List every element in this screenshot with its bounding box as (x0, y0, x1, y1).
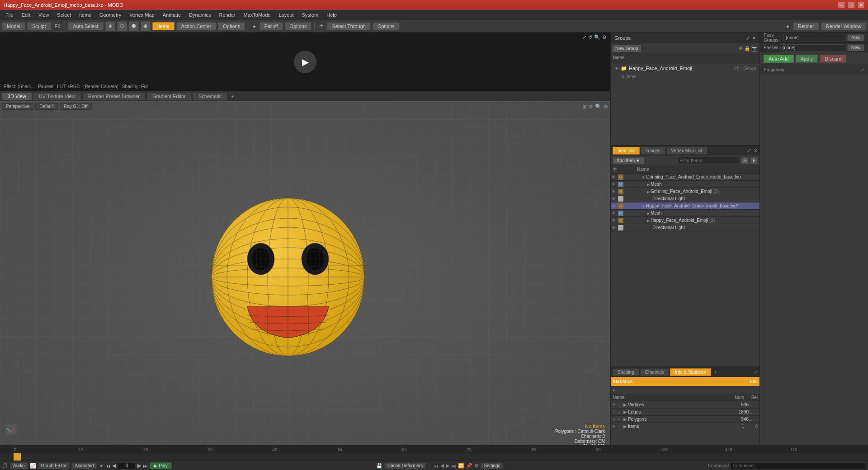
menu-help[interactable]: Help (323, 11, 340, 19)
viewport-3d[interactable]: Perspective Default Ray GL: Off ⊕ ↺ 🔍 ⚙ (0, 101, 610, 457)
cache-deformers-button[interactable]: Cache Deformers (384, 462, 426, 469)
stat-add-edges[interactable]: + (613, 409, 618, 414)
menu-geometry[interactable]: Geometry (96, 11, 125, 19)
next-frame[interactable]: ▶ (137, 463, 141, 469)
close-icon[interactable]: ✕ (752, 35, 756, 41)
menu-edit[interactable]: Edit (18, 11, 34, 19)
stats-add-btn[interactable]: + (613, 388, 615, 393)
minimize-button[interactable]: — (838, 2, 844, 8)
falloff-button[interactable]: Falloff (259, 22, 283, 30)
preview-ctrl-2[interactable]: ↺ (588, 34, 592, 40)
menu-layout[interactable]: Layout (275, 11, 297, 19)
prev-key[interactable]: ⏮ (105, 463, 110, 469)
filter-f-btn[interactable]: F (750, 157, 758, 164)
menu-select[interactable]: Select (53, 11, 75, 19)
tab-gradient[interactable]: Gradient Editor (146, 92, 192, 100)
play-button[interactable]: ▶ Play (150, 462, 171, 469)
items-button[interactable]: Items (152, 22, 175, 30)
timeline-icon-1[interactable]: ⏮ (434, 463, 439, 469)
item-row-0[interactable]: 👁 G ▼Grinning_Face_Android_Emoji_modo_ba… (611, 174, 760, 181)
apply-button[interactable]: Apply (796, 55, 818, 63)
options2-button[interactable]: Options (285, 22, 312, 30)
next-key[interactable]: ⏭ (143, 463, 148, 469)
vp-icon-1[interactable]: ⊕ (582, 103, 587, 110)
graph-editor-button[interactable]: Graph Editor (38, 462, 70, 469)
vp-icon-3[interactable]: 🔍 (595, 103, 602, 110)
action-center-button[interactable]: Action Center (176, 22, 217, 30)
add-item-button[interactable]: Add Item ▼ (613, 157, 644, 164)
sculpt-button[interactable]: Sculpt (27, 22, 51, 30)
auto-add-button[interactable]: Auto Add (764, 55, 794, 63)
model-button[interactable]: Model (2, 22, 25, 30)
raygl-button[interactable]: Ray GL: Off (60, 103, 92, 110)
render-window-button[interactable]: Render Window (821, 22, 866, 30)
options3-button[interactable]: Options (373, 22, 400, 30)
tab-shading[interactable]: Shading (613, 368, 639, 376)
groups-render-icon[interactable]: 📷 (751, 46, 758, 52)
menu-items[interactable]: Items (75, 11, 95, 19)
stat-vertices-row[interactable]: + - ▶ Vertices 946 ... (611, 401, 760, 409)
item-row-2[interactable]: 👁 G ▶Grinning_Face_Android_Emoji (2) (611, 188, 760, 195)
tab-info-statistics[interactable]: Info & Statistics (670, 368, 711, 376)
timeline-icon-2[interactable]: ◀ (440, 463, 444, 469)
tab-images[interactable]: Images (641, 147, 665, 155)
stat-items-row[interactable]: + - ▶ Items 1 0 (611, 423, 760, 430)
stats-add-tab[interactable]: + (712, 369, 718, 375)
options1-button[interactable]: Options (218, 22, 245, 30)
new-group-button[interactable]: New Group (613, 45, 641, 52)
pass-groups-input[interactable] (783, 34, 845, 41)
item-row-3[interactable]: 👁 L Directional Light (611, 195, 760, 202)
stat-add-vertices[interactable]: + (613, 402, 618, 407)
timeline-bar[interactable] (0, 453, 868, 461)
properties-expand[interactable]: ⤢ (861, 67, 864, 72)
eye-icon-0[interactable]: 👁 (612, 175, 618, 179)
menu-vertex-map[interactable]: Vertex Map (126, 11, 158, 19)
auto-select-button[interactable]: Auto Select (68, 22, 103, 30)
item-row-7[interactable]: 👁 L Directional Light (611, 224, 760, 231)
new-pass-button[interactable]: New (847, 44, 864, 51)
tab-schematic[interactable]: Schematic (193, 92, 227, 100)
item-list-expand[interactable]: ⤢ (747, 148, 751, 154)
close-button[interactable]: ✕ (858, 2, 864, 8)
dropdown-arrow[interactable]: ▼ (99, 463, 104, 469)
stat-sub-polygons[interactable]: - (618, 417, 623, 422)
stat-sub-vertices[interactable]: - (618, 402, 623, 407)
prev-frame[interactable]: ◀ (112, 463, 116, 469)
new-pass-group-button[interactable]: New (847, 34, 864, 41)
item-row-1[interactable]: 👁 M ▶Mesh (611, 181, 760, 188)
eye-icon-4[interactable]: 👁 (612, 204, 618, 208)
expand-icon[interactable]: ⤢ (746, 35, 750, 41)
menu-dynamics[interactable]: Dynamics (185, 11, 214, 19)
eye-icon-5[interactable]: 👁 (612, 211, 618, 216)
animated-button[interactable]: Animated (71, 462, 97, 469)
eye-icon-2[interactable]: 👁 (612, 189, 618, 194)
tab-3d-view[interactable]: 3D View (2, 92, 32, 100)
perspective-button[interactable]: Perspective (2, 103, 33, 110)
stat-add-items[interactable]: + (613, 424, 618, 429)
preview-play-button[interactable]: ▶ (294, 51, 316, 73)
passes-input[interactable] (780, 44, 845, 52)
stat-sub-edges[interactable]: - (618, 409, 623, 414)
discard-button[interactable]: Discard (820, 55, 846, 63)
stat-sub-items[interactable]: - (618, 424, 623, 429)
eye-icon-6[interactable]: 👁 (612, 218, 618, 223)
item-row-5[interactable]: 👁 M ▶Mesh (611, 210, 760, 217)
maximize-button[interactable]: □ (848, 2, 854, 8)
tab-vertex-map-list[interactable]: Vertex Map List (666, 147, 708, 155)
item-row-4[interactable]: 👁 G ▼Happy_Face_Android_Emoji_modo_base.… (611, 202, 760, 210)
stat-polygons-row[interactable]: + - ▶ Polygons 946 ... (611, 416, 760, 423)
tab-render-preset[interactable]: Render Preset Browser (82, 92, 146, 100)
toolbar-icon-2[interactable]: ⬡ (117, 21, 127, 31)
menu-maxtomode[interactable]: MaxToModo (240, 11, 274, 19)
timeline-icon-5[interactable]: 🔁 (458, 463, 464, 469)
timeline-icon-7[interactable]: ⚙ (474, 463, 479, 469)
filter-items-input[interactable] (677, 157, 739, 164)
timeline-icon-3[interactable]: ▶ (446, 463, 449, 469)
tab-channels[interactable]: Channels (640, 368, 669, 376)
default-button[interactable]: Default (35, 103, 58, 110)
menu-file[interactable]: File (2, 11, 17, 19)
menu-view[interactable]: View (35, 11, 53, 19)
menu-system[interactable]: System (298, 11, 322, 19)
preview-ctrl-1[interactable]: ⤢ (582, 34, 586, 40)
group-row[interactable]: ▼ 📁 Happy_Face_Android_Emoji (4) : Group (613, 64, 758, 72)
